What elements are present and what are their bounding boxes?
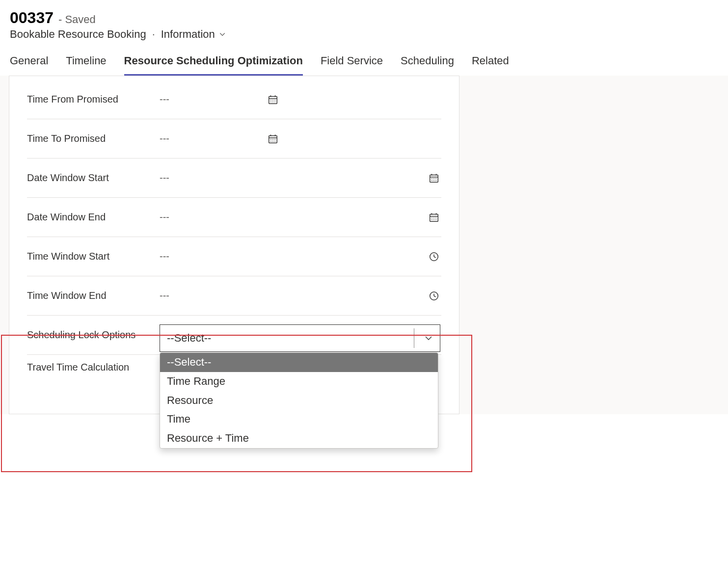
field-time-window-end[interactable]: Time Window End ---	[27, 276, 441, 316]
tab-related[interactable]: Related	[472, 54, 509, 76]
field-label: Scheduling Lock Options	[27, 324, 160, 346]
tab-label: Related	[472, 54, 509, 67]
form-name: Information	[161, 28, 215, 41]
dropdown-option-time-range[interactable]: Time Range	[160, 372, 438, 391]
tab-field-service[interactable]: Field Service	[321, 54, 383, 76]
dropdown-option-resource-time[interactable]: Resource + Time	[160, 429, 438, 448]
field-value: ---	[160, 94, 169, 105]
clock-icon[interactable]	[429, 291, 439, 301]
field-value: ---	[160, 290, 169, 301]
page-header: 00337 - Saved Bookable Resource Booking …	[0, 0, 728, 41]
select-value: --Select--	[167, 332, 211, 345]
entity-name: Bookable Resource Booking	[10, 28, 146, 41]
scheduling-lock-dropdown: --Select-- Time Range Resource Time Reso…	[160, 352, 438, 449]
tab-timeline[interactable]: Timeline	[66, 54, 106, 76]
dropdown-option-resource[interactable]: Resource	[160, 391, 438, 410]
clock-icon[interactable]	[429, 251, 439, 262]
saved-status: - Saved	[58, 13, 96, 26]
field-value: ---	[160, 133, 169, 144]
form-selector[interactable]: Information	[161, 28, 226, 41]
form-panel: Time From Promised --- Time To Promised …	[9, 76, 459, 414]
tab-label: Timeline	[66, 54, 106, 67]
record-title: 00337	[10, 9, 54, 27]
field-label: Time Window End	[27, 285, 160, 306]
tab-row: General Timeline Resource Scheduling Opt…	[0, 41, 728, 76]
field-time-window-start[interactable]: Time Window Start ---	[27, 237, 441, 276]
calendar-icon[interactable]	[268, 94, 278, 105]
field-value: ---	[160, 172, 169, 184]
tab-general[interactable]: General	[10, 54, 48, 76]
field-time-from-promised[interactable]: Time From Promised ---	[27, 80, 441, 119]
calendar-icon[interactable]	[268, 133, 278, 144]
tab-scheduling[interactable]: Scheduling	[401, 54, 454, 76]
tab-label: Resource Scheduling Optimization	[124, 54, 303, 67]
tab-label: Field Service	[321, 54, 383, 67]
field-value: ---	[160, 212, 169, 223]
select-divider	[414, 328, 414, 348]
tab-rso[interactable]: Resource Scheduling Optimization	[124, 54, 303, 76]
calendar-icon[interactable]	[429, 212, 439, 223]
field-value: ---	[160, 251, 169, 262]
separator-dot: ·	[152, 28, 155, 41]
scheduling-lock-select[interactable]: --Select-- --Select-- Time Range Resourc…	[160, 324, 440, 352]
field-label: Time From Promised	[27, 89, 160, 110]
calendar-icon[interactable]	[429, 173, 439, 184]
field-date-window-end[interactable]: Date Window End ---	[27, 198, 441, 237]
field-label: Date Window Start	[27, 167, 160, 188]
field-time-to-promised[interactable]: Time To Promised ---	[27, 119, 441, 159]
chevron-down-icon	[219, 31, 226, 38]
field-scheduling-lock-options: Scheduling Lock Options --Select-- --Sel…	[27, 316, 441, 355]
tab-label: General	[10, 54, 48, 67]
field-label: Time Window Start	[27, 246, 160, 267]
dropdown-option-time[interactable]: Time	[160, 410, 438, 429]
field-label: Travel Time Calculation	[27, 357, 160, 378]
field-label: Date Window End	[27, 207, 160, 228]
chevron-down-icon	[424, 334, 433, 343]
dropdown-option-select[interactable]: --Select--	[160, 353, 438, 372]
field-date-window-start[interactable]: Date Window Start ---	[27, 159, 441, 198]
field-label: Time To Promised	[27, 128, 160, 149]
tab-label: Scheduling	[401, 54, 454, 67]
